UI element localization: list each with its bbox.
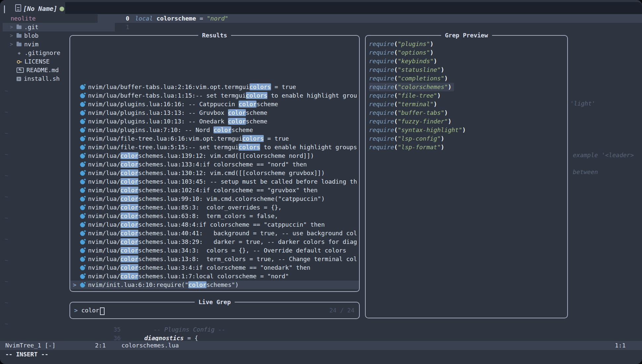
tree-item-label: .gitignore: [24, 49, 60, 57]
result-text-post: schemes.lua:48:4:if colorscheme == "catp…: [138, 221, 325, 228]
paren-token: (: [394, 75, 398, 82]
empty-line-tilde: ~: [5, 129, 8, 138]
lua-file-icon: [80, 248, 85, 253]
result-row[interactable]: >nvim/lua/colorschemes.lua:139:12: vim.c…: [70, 152, 359, 160]
buffer-tab[interactable]: [No Name]: [23, 4, 57, 13]
empty-line-tilde: ~: [5, 277, 8, 286]
result-row[interactable]: >nvim/init.lua:6:10:require("colorscheme…: [70, 281, 359, 289]
result-row[interactable]: >nvim/lua/colorschemes.lua:1:7:local col…: [70, 272, 359, 281]
preview-list: require("plugins")require("options")requ…: [366, 36, 567, 318]
result-row[interactable]: >nvim/lua/colorschemes.lua:13:8: term_co…: [70, 255, 359, 263]
result-text-post: scheme: [231, 126, 253, 133]
live-grep-input[interactable]: > color: [74, 306, 105, 315]
result-row[interactable]: >nvim/lua/buffer-tabs.lua:2:16:vim.opt.t…: [70, 83, 359, 91]
result-row[interactable]: >nvim/lua/buffer-tabs.lua:1:15:-- set te…: [70, 91, 359, 100]
tree-item--git[interactable]: >.git: [3, 23, 115, 31]
paren-token: ): [430, 49, 434, 56]
result-text-post: schemes.lua:13:8: term_colors = true, --…: [138, 255, 357, 262]
result-row[interactable]: >nvim/lua/plugins.lua:10:13: -- Onedark …: [70, 117, 359, 126]
match-highlight: color: [120, 247, 138, 254]
result-row[interactable]: >nvim/lua/plugins.lua:7:10: -- Nord colo…: [70, 126, 359, 134]
result-text: nvim/lua/colorschemes.lua:48:4:if colors…: [88, 220, 325, 229]
folder-icon: [17, 25, 22, 29]
modified-dot-icon: [60, 7, 64, 11]
result-text: nvim/lua/buffer-tabs.lua:1:15:-- set ter…: [88, 91, 357, 100]
result-row[interactable]: >nvim/lua/colorschemes.lua:63:8: term_co…: [70, 212, 359, 220]
function-token: require: [369, 58, 394, 65]
result-row[interactable]: >nvim/lua/colorschemes.lua:48:4:if color…: [70, 220, 359, 229]
result-text-pre: nvim/lua/: [88, 152, 120, 159]
match-highlight: color: [228, 109, 246, 116]
result-text-pre: nvim/lua/: [88, 169, 120, 176]
result-row[interactable]: >nvim/lua/colorschemes.lua:133:4:if colo…: [70, 160, 359, 169]
paren-token: (: [394, 58, 398, 65]
result-text-pre: nvim/lua/: [88, 247, 120, 254]
paren-token: ): [448, 83, 451, 90]
result-row[interactable]: >nvim/lua/colorschemes.lua:103:45: -- se…: [70, 177, 359, 186]
result-row[interactable]: >nvim/lua/colorschemes.lua:99:10: vim.cm…: [70, 195, 359, 203]
prompt-arrow: >: [74, 306, 81, 315]
result-text-pre: nvim/lua/: [88, 264, 120, 271]
paren-token: ): [434, 101, 437, 108]
result-text: nvim/lua/colorschemes.lua:34:3: colors =…: [88, 246, 346, 255]
result-text: nvim/lua/colorschemes.lua:133:4:if color…: [88, 160, 307, 169]
paren-token: ): [430, 40, 434, 47]
result-text-pre: nvim/lua/: [88, 161, 120, 168]
result-text-post: schemes.lua:38:29: darker = true, -- dar…: [138, 238, 357, 245]
match-highlight: colors: [242, 135, 264, 142]
result-row[interactable]: >nvim/lua/file-tree.lua:6:16:vim.opt.ter…: [70, 134, 359, 143]
result-text-pre: nvim/lua/: [88, 178, 120, 185]
result-row[interactable]: >nvim/lua/plugins.lua:13:13: -- Gruvbox …: [70, 109, 359, 117]
match-highlight: colors: [239, 144, 260, 151]
string-token: "fuzzy-finder": [398, 118, 448, 125]
paren-token: ): [437, 92, 441, 99]
preview-line: require("completions"): [366, 74, 567, 83]
preview-line-code: require("buffer-tabs"): [369, 109, 450, 117]
paren-token: (: [394, 83, 398, 90]
preview-line-code: require("lsp-config"): [369, 134, 447, 143]
result-row[interactable]: >nvim/lua/plugins.lua:16:16: -- Catppucc…: [70, 100, 359, 109]
result-row[interactable]: >nvim/lua/colorschemes.lua:3:4:if colors…: [70, 263, 359, 272]
result-text-pre: nvim/lua/: [88, 273, 120, 280]
match-highlight: color: [120, 238, 138, 245]
preview-line: require("terminal"): [366, 100, 567, 109]
result-text-pre: nvim/lua/: [88, 187, 120, 194]
result-text: nvim/lua/file-tree.lua:6:16:vim.opt.term…: [88, 134, 289, 143]
key-icon: [17, 59, 22, 64]
tree-item-label: .git: [24, 23, 38, 31]
result-text-pre: nvim/lua/: [88, 238, 120, 245]
result-text: nvim/lua/colorschemes.lua:3:4:if colorsc…: [88, 263, 310, 272]
result-row[interactable]: >nvim/lua/colorschemes.lua:38:29: darker…: [70, 238, 359, 246]
lua-file-icon: [80, 231, 85, 236]
paren-token: ): [441, 135, 444, 142]
preview-line-code: require("completions"): [369, 74, 450, 83]
field-token: diagnostics: [144, 335, 184, 341]
result-text: nvim/lua/colorschemes.lua:103:45: -- set…: [88, 177, 357, 186]
chevron-right-icon: >: [10, 31, 17, 40]
string-token: "terminal": [398, 101, 434, 108]
tree-root-name[interactable]: neolite: [11, 14, 36, 23]
result-row[interactable]: >nvim/lua/colorschemes.lua:40:41: backgr…: [70, 229, 359, 238]
result-text-pre: nvim/lua/: [88, 195, 120, 202]
function-token: require: [369, 83, 394, 90]
background-text-fragment: example '<leader>: [573, 151, 634, 159]
result-row[interactable]: >nvim/lua/colorschemes.lua:130:12: vim.c…: [70, 169, 359, 177]
lua-file-icon: [80, 111, 85, 115]
match-highlight: color: [228, 118, 246, 125]
empty-line-tilde: ~: [5, 320, 8, 328]
string-token: "nord": [207, 15, 228, 22]
background-text-fragment: 'light': [570, 99, 595, 108]
result-row[interactable]: >nvim/lua/colorschemes.lua:34:3: colors …: [70, 246, 359, 255]
preview-line: require("options"): [366, 48, 567, 57]
result-row[interactable]: >nvim/lua/colorschemes.lua:85:3: color_o…: [70, 203, 359, 212]
paren-token: (: [394, 144, 398, 151]
result-row[interactable]: >nvim/lua/file-tree.lua:5:15:-- set term…: [70, 143, 359, 152]
result-text-post: schemes.lua:102:4:if colorscheme == "gru…: [138, 187, 318, 194]
result-row[interactable]: >nvim/lua/colorschemes.lua:102:4:if colo…: [70, 186, 359, 195]
function-token: require: [369, 118, 394, 125]
editor-cursorline[interactable]: 0 local colorscheme = "nord": [98, 14, 642, 23]
result-text: nvim/lua/colorschemes.lua:102:4:if color…: [88, 186, 318, 195]
preview-line: require("plugins"): [366, 40, 567, 48]
function-token: require: [369, 135, 394, 142]
tree-item-label: LICENSE: [24, 57, 50, 66]
